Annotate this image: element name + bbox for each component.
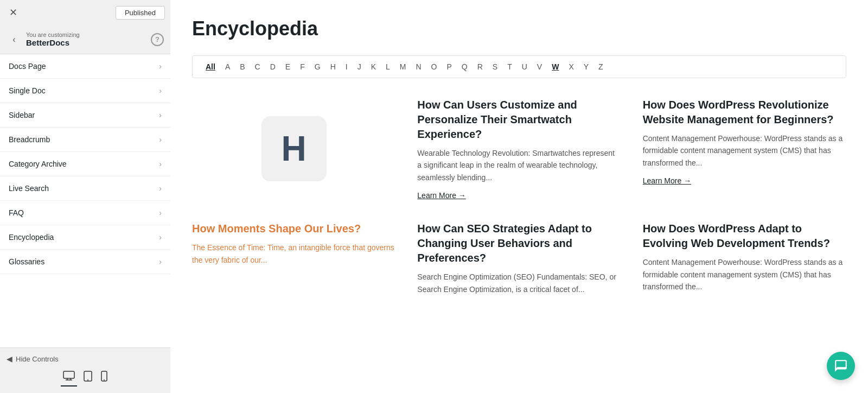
learn-more-link-1[interactable]: Learn More →	[417, 191, 621, 200]
sidebar-bottom: ◀ Hide Controls	[0, 347, 170, 393]
sidebar-item-label: Breadcrumb	[9, 135, 50, 144]
alpha-e[interactable]: E	[281, 60, 295, 73]
alpha-p[interactable]: P	[442, 60, 456, 73]
chevron-right-icon: ›	[159, 233, 162, 242]
view-controls	[7, 369, 164, 386]
alpha-m[interactable]: M	[395, 60, 411, 73]
sidebar-item-breadcrumb[interactable]: Breadcrumb ›	[0, 128, 170, 152]
alpha-c[interactable]: C	[251, 60, 265, 73]
alpha-u[interactable]: U	[518, 60, 532, 73]
sidebar-item-label: Live Search	[9, 184, 49, 193]
main-content: Encyclopedia All A B C D E F G H I J K L…	[170, 0, 868, 393]
hide-controls-label: Hide Controls	[16, 355, 59, 363]
alpha-x[interactable]: X	[564, 60, 578, 73]
sidebar-menu: Docs Page › Single Doc › Sidebar › Bread…	[0, 54, 170, 347]
published-button[interactable]: Published	[116, 6, 165, 20]
alpha-d[interactable]: D	[266, 60, 280, 73]
sidebar-item-category-archive[interactable]: Category Archive ›	[0, 152, 170, 176]
article-title: How Does WordPress Revolutionize Website…	[643, 98, 846, 127]
sidebar-item-label: Sidebar	[9, 111, 35, 119]
sidebar-item-encyclopedia[interactable]: Encyclopedia ›	[0, 225, 170, 250]
alpha-r[interactable]: R	[473, 60, 487, 73]
alpha-j[interactable]: J	[353, 60, 366, 73]
chat-icon	[834, 359, 848, 373]
chevron-right-icon: ›	[159, 160, 162, 168]
help-button[interactable]: ?	[151, 33, 164, 46]
article-card-5: How Does WordPress Adapt to Evolving Web…	[643, 221, 846, 295]
chevron-right-icon: ›	[159, 257, 162, 266]
sidebar-item-label: Glossaries	[9, 257, 44, 266]
svg-point-7	[104, 379, 105, 381]
letter-h-icon: H	[261, 116, 327, 181]
chevron-right-icon: ›	[159, 62, 162, 71]
tablet-view-button[interactable]	[81, 369, 94, 386]
chevron-right-icon: ›	[159, 86, 162, 95]
mobile-view-button[interactable]	[99, 369, 110, 386]
sidebar-topbar: ✕ Published	[0, 0, 170, 25]
chat-widget[interactable]	[827, 352, 855, 380]
article-title: How Does WordPress Adapt to Evolving Web…	[643, 221, 846, 251]
alpha-a[interactable]: A	[221, 60, 234, 73]
alpha-o[interactable]: O	[427, 60, 442, 73]
alpha-y[interactable]: Y	[579, 60, 593, 73]
alpha-all[interactable]: All	[201, 60, 220, 73]
learn-more-link-2[interactable]: Learn More →	[643, 176, 846, 185]
alpha-b[interactable]: B	[235, 60, 249, 73]
article-title: How Can SEO Strategies Adapt to Changing…	[417, 221, 621, 265]
alpha-h[interactable]: H	[326, 60, 340, 73]
alpha-q[interactable]: Q	[457, 60, 472, 73]
article-card-4: How Can SEO Strategies Adapt to Changing…	[417, 221, 621, 295]
article-title-orange: How Moments Shape Our Lives?	[192, 221, 395, 236]
chevron-right-icon: ›	[159, 184, 162, 193]
alpha-t[interactable]: T	[503, 60, 516, 73]
article-excerpt: Content Management Powerhouse: WordPress…	[643, 132, 846, 169]
sidebar-item-label: Single Doc	[9, 86, 46, 95]
alpha-v[interactable]: V	[533, 60, 546, 73]
sidebar-item-sidebar[interactable]: Sidebar ›	[0, 103, 170, 128]
chevron-right-icon: ›	[159, 208, 162, 217]
alpha-n[interactable]: N	[411, 60, 425, 73]
alpha-w[interactable]: W	[547, 60, 563, 73]
customizing-label: You are customizing	[26, 31, 151, 38]
alpha-f[interactable]: F	[296, 60, 309, 73]
svg-rect-0	[63, 371, 74, 378]
sidebar-header-info: You are customizing BetterDocs	[26, 31, 151, 47]
article-card-orange: How Moments Shape Our Lives? The Essence…	[192, 221, 395, 295]
svg-point-5	[87, 379, 88, 381]
sidebar-item-single-doc[interactable]: Single Doc ›	[0, 79, 170, 103]
sidebar-item-label: Category Archive	[9, 160, 67, 168]
tablet-icon	[84, 371, 92, 382]
desktop-view-button[interactable]	[61, 369, 77, 386]
hide-controls-button[interactable]: ◀ Hide Controls	[7, 354, 164, 363]
letter-block: H	[192, 98, 395, 200]
article-title: How Can Users Customize and Personalize …	[417, 98, 621, 142]
article-card-1: How Can Users Customize and Personalize …	[417, 98, 621, 200]
sidebar-item-live-search[interactable]: Live Search ›	[0, 176, 170, 201]
customizing-title: BetterDocs	[26, 38, 151, 47]
sidebar-item-docs-page[interactable]: Docs Page ›	[0, 54, 170, 79]
alpha-l[interactable]: L	[381, 60, 394, 73]
article-excerpt: Content Management Powerhouse: WordPress…	[643, 256, 846, 293]
article-card-2: How Does WordPress Revolutionize Website…	[643, 98, 846, 200]
chevron-right-icon: ›	[159, 135, 162, 144]
alpha-g[interactable]: G	[310, 60, 325, 73]
articles-grid-row2: How Moments Shape Our Lives? The Essence…	[192, 221, 846, 295]
alpha-z[interactable]: Z	[594, 60, 608, 73]
sidebar: ✕ Published ‹ You are customizing Better…	[0, 0, 170, 393]
article-excerpt: Search Engine Optimization (SEO) Fundame…	[417, 271, 621, 295]
alpha-k[interactable]: K	[367, 60, 380, 73]
article-excerpt-orange: The Essence of Time: Time, an intangible…	[192, 242, 395, 266]
page-title: Encyclopedia	[192, 17, 846, 40]
sidebar-header: ‹ You are customizing BetterDocs ?	[0, 25, 170, 54]
alphabet-nav: All A B C D E F G H I J K L M N O P Q R …	[192, 55, 846, 78]
sidebar-item-label: Encyclopedia	[9, 233, 54, 242]
hide-controls-icon: ◀	[7, 354, 12, 363]
alpha-i[interactable]: I	[341, 60, 352, 73]
sidebar-item-glossaries[interactable]: Glossaries ›	[0, 250, 170, 274]
sidebar-item-faq[interactable]: FAQ ›	[0, 201, 170, 225]
article-excerpt: Wearable Technology Revolution: Smartwat…	[417, 147, 621, 183]
close-button[interactable]: ✕	[5, 5, 21, 20]
articles-grid-row1: H How Can Users Customize and Personaliz…	[192, 98, 846, 200]
alpha-s[interactable]: S	[488, 60, 502, 73]
back-button[interactable]: ‹	[7, 32, 22, 47]
